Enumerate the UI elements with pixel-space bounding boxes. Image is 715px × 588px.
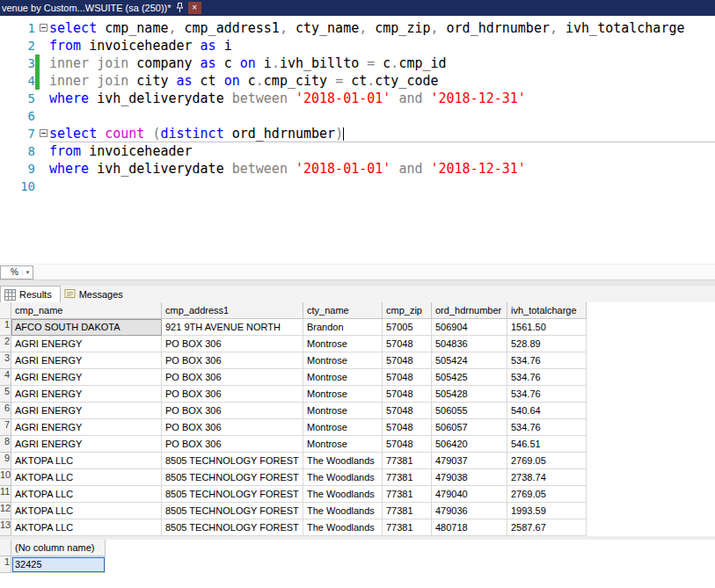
grid-cell[interactable]: 534.76: [507, 419, 587, 436]
grid-cell[interactable]: Brandon: [303, 319, 383, 336]
grid-cell[interactable]: 57048: [383, 436, 432, 453]
grid-cell[interactable]: 8505 TECHNOLOGY FOREST: [162, 469, 303, 486]
grid-cell[interactable]: 505428: [432, 386, 507, 403]
grid-cell[interactable]: 506904: [432, 319, 507, 336]
grid-cell[interactable]: AGRI ENERGY: [11, 369, 162, 386]
pane-splitter[interactable]: [0, 279, 715, 286]
sql-editor[interactable]: 1select cmp_name, cmp_address1, cty_name…: [0, 16, 715, 264]
grid-cell[interactable]: 540.64: [507, 403, 587, 419]
column-header[interactable]: ord_hdrnumber: [432, 302, 507, 319]
grid-cell[interactable]: PO BOX 306: [162, 436, 303, 453]
row-header-cell[interactable]: 2: [0, 336, 11, 352]
grid-cell[interactable]: PO BOX 306: [162, 369, 303, 386]
collapse-region-icon[interactable]: [40, 24, 47, 32]
grid-cell[interactable]: Montrose: [303, 403, 383, 419]
row-header-cell[interactable]: 1: [0, 556, 11, 573]
grid-cell[interactable]: 8505 TECHNOLOGY FOREST: [162, 453, 303, 469]
grid-corner-cell[interactable]: [0, 540, 11, 556]
grid-cell[interactable]: 2769.05: [507, 486, 587, 503]
grid-cell[interactable]: AFCO SOUTH DAKOTA: [11, 319, 162, 336]
grid-cell[interactable]: 506055: [432, 403, 507, 419]
grid-cell[interactable]: PO BOX 306: [162, 352, 303, 369]
grid-cell[interactable]: 77381: [383, 486, 432, 503]
grid-cell[interactable]: 505424: [432, 352, 507, 369]
grid-cell[interactable]: Montrose: [303, 419, 383, 436]
line-number[interactable]: 6: [0, 107, 35, 125]
grid-cell[interactable]: 534.76: [507, 386, 587, 403]
row-header-cell[interactable]: 5: [0, 386, 11, 403]
pin-icon[interactable]: [176, 3, 184, 13]
line-number[interactable]: 1: [0, 19, 35, 37]
collapse-region-icon[interactable]: [40, 129, 47, 137]
grid-cell[interactable]: 506057: [432, 419, 507, 436]
grid-cell[interactable]: AGRI ENERGY: [11, 436, 162, 453]
line-number[interactable]: 4: [0, 72, 35, 90]
grid-cell[interactable]: AGRI ENERGY: [11, 386, 162, 403]
grid-cell[interactable]: The Woodlands: [303, 486, 383, 503]
grid-cell[interactable]: AGRI ENERGY: [11, 336, 162, 352]
grid-cell[interactable]: 57048: [383, 352, 432, 369]
grid-cell[interactable]: 77381: [383, 503, 432, 519]
grid-cell[interactable]: 57048: [383, 386, 432, 403]
grid-cell[interactable]: The Woodlands: [303, 519, 383, 536]
row-header-cell[interactable]: 1: [0, 319, 11, 336]
line-number[interactable]: 7: [0, 125, 35, 142]
grid-cell[interactable]: 921 9TH AVENUE NORTH: [162, 319, 303, 336]
grid-cell[interactable]: PO BOX 306: [162, 386, 303, 403]
grid-cell[interactable]: PO BOX 306: [162, 419, 303, 436]
code-line[interactable]: 10: [0, 178, 715, 195]
grid-cell[interactable]: Montrose: [303, 436, 383, 453]
grid-cell[interactable]: 77381: [383, 519, 432, 536]
zoom-selector[interactable]: % ▼: [0, 265, 33, 279]
grid-cell[interactable]: Montrose: [303, 336, 383, 352]
row-header-cell[interactable]: 13: [0, 519, 11, 536]
line-number[interactable]: 2: [0, 37, 35, 54]
row-header-cell[interactable]: 12: [0, 503, 11, 519]
code-line[interactable]: 8from invoiceheader: [0, 142, 715, 160]
column-header[interactable]: cmp_name: [11, 302, 162, 319]
grid-cell[interactable]: AKTOPA LLC: [11, 453, 162, 469]
code-line[interactable]: 7select count (distinct ord_hdrnumber): [0, 125, 715, 142]
code-line[interactable]: 6: [0, 107, 715, 125]
grid-cell[interactable]: AKTOPA LLC: [11, 486, 162, 503]
column-header[interactable]: cty_name: [303, 302, 383, 319]
code-line[interactable]: 3inner join company as c on i.ivh_billto…: [0, 54, 715, 72]
tab-results[interactable]: Results: [0, 286, 61, 302]
grid-cell[interactable]: The Woodlands: [303, 453, 383, 469]
grid-cell[interactable]: Montrose: [303, 352, 383, 369]
line-number[interactable]: 8: [0, 142, 35, 160]
grid-cell[interactable]: 2587.67: [507, 519, 587, 536]
grid-cell[interactable]: 2738.74: [507, 469, 587, 486]
grid-cell[interactable]: PO BOX 306: [162, 403, 303, 419]
grid-cell[interactable]: 506420: [432, 436, 507, 453]
line-number[interactable]: 10: [0, 178, 35, 195]
grid-cell[interactable]: 8505 TECHNOLOGY FOREST: [162, 519, 303, 536]
grid-cell[interactable]: 77381: [383, 453, 432, 469]
column-header[interactable]: cmp_zip: [383, 302, 432, 319]
row-header-cell[interactable]: 9: [0, 453, 11, 469]
column-header[interactable]: (No column name): [11, 540, 106, 556]
column-header[interactable]: ivh_totalcharge: [507, 302, 587, 319]
row-header-cell[interactable]: 3: [0, 352, 11, 369]
grid-cell[interactable]: AKTOPA LLC: [11, 519, 162, 536]
row-header-cell[interactable]: 6: [0, 403, 11, 419]
grid-cell[interactable]: 1993.59: [507, 503, 587, 519]
grid-cell[interactable]: 2769.05: [507, 453, 587, 469]
grid-cell[interactable]: 534.76: [507, 369, 587, 386]
grid-cell[interactable]: AKTOPA LLC: [11, 469, 162, 486]
grid-cell[interactable]: 77381: [383, 469, 432, 486]
grid-cell[interactable]: AGRI ENERGY: [11, 352, 162, 369]
grid-cell[interactable]: 534.76: [507, 352, 587, 369]
grid-cell[interactable]: 479040: [432, 486, 507, 503]
code-line[interactable]: 2from invoiceheader as i: [0, 37, 715, 54]
grid-cell[interactable]: 8505 TECHNOLOGY FOREST: [162, 503, 303, 519]
row-header-cell[interactable]: 8: [0, 436, 11, 453]
row-header-cell[interactable]: 4: [0, 369, 11, 386]
grid-cell[interactable]: 505425: [432, 369, 507, 386]
code-line[interactable]: 1select cmp_name, cmp_address1, cty_name…: [0, 19, 715, 37]
line-number[interactable]: 3: [0, 54, 35, 72]
row-header-cell[interactable]: 10: [0, 469, 11, 486]
grid-cell[interactable]: PO BOX 306: [162, 336, 303, 352]
grid-cell[interactable]: 57048: [383, 369, 432, 386]
grid-cell[interactable]: AGRI ENERGY: [11, 419, 162, 436]
